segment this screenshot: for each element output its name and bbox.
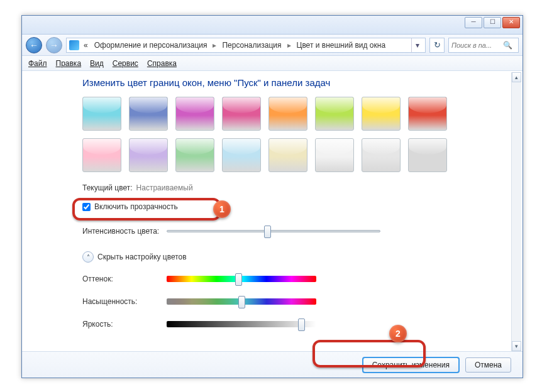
chevron-right-icon: ▸ bbox=[211, 41, 218, 50]
saturation-slider[interactable] bbox=[167, 295, 316, 308]
color-swatch[interactable] bbox=[175, 138, 214, 172]
nav-toolbar: ← → « Оформление и персонализация ▸ Перс… bbox=[22, 35, 523, 56]
control-panel-icon bbox=[69, 40, 79, 50]
scroll-up-button[interactable]: ▴ bbox=[512, 72, 521, 82]
saturation-row: Насыщенность: bbox=[82, 295, 507, 308]
color-swatch[interactable] bbox=[82, 138, 121, 172]
slider-thumb[interactable] bbox=[238, 296, 245, 308]
color-swatch[interactable] bbox=[408, 138, 447, 172]
color-swatch[interactable] bbox=[129, 97, 168, 131]
current-color-label: Текущий цвет: bbox=[82, 183, 133, 192]
transparency-row: Включить прозрачность bbox=[82, 202, 507, 211]
nav-back-button[interactable]: ← bbox=[26, 37, 42, 53]
hue-slider[interactable] bbox=[167, 273, 316, 285]
save-changes-button[interactable]: Сохранить изменения bbox=[363, 357, 459, 373]
color-swatch[interactable] bbox=[268, 138, 307, 172]
search-box[interactable]: 🔍 bbox=[448, 38, 519, 53]
explorer-window: ─ ☐ ✕ ← → « Оформление и персонализация … bbox=[21, 15, 523, 378]
intensity-label: Интенсивность цвета: bbox=[82, 227, 163, 236]
color-swatch-grid bbox=[82, 97, 472, 172]
breadcrumb-1[interactable]: Оформление и персонализация bbox=[92, 40, 209, 51]
nav-forward-button[interactable]: → bbox=[46, 37, 62, 53]
menu-file[interactable]: Файл bbox=[28, 59, 47, 68]
chevron-right-icon: ▸ bbox=[286, 41, 292, 50]
content-area: Изменить цвет границ окон, меню "Пуск" и… bbox=[22, 72, 523, 351]
brightness-label: Яркость: bbox=[82, 320, 163, 329]
color-swatch[interactable] bbox=[408, 97, 447, 131]
menu-help[interactable]: Справка bbox=[147, 59, 177, 68]
window-maximize-button[interactable]: ☐ bbox=[484, 17, 501, 28]
slider-thumb[interactable] bbox=[235, 273, 242, 286]
color-swatch[interactable] bbox=[129, 138, 168, 172]
color-swatch[interactable] bbox=[362, 97, 401, 131]
transparency-label: Включить прозрачность bbox=[94, 202, 178, 211]
window-close-button[interactable]: ✕ bbox=[502, 17, 520, 28]
address-dropdown-button[interactable]: ▾ bbox=[411, 38, 423, 52]
slider-thumb[interactable] bbox=[264, 226, 271, 238]
color-swatch[interactable] bbox=[268, 97, 307, 131]
window-minimize-button[interactable]: ─ bbox=[465, 17, 482, 28]
hue-label: Оттенок: bbox=[82, 275, 163, 283]
color-swatch[interactable] bbox=[315, 97, 354, 131]
menu-bar: Файл Правка Вид Сервис Справка bbox=[22, 56, 523, 71]
color-swatch[interactable] bbox=[222, 138, 261, 172]
color-swatch[interactable] bbox=[82, 97, 121, 131]
vertical-scrollbar[interactable]: ▴ ▾ bbox=[511, 72, 521, 351]
refresh-button[interactable]: ↻ bbox=[429, 38, 445, 53]
footer-buttons: Сохранить изменения Отмена bbox=[22, 351, 523, 378]
transparency-checkbox[interactable] bbox=[82, 203, 91, 211]
intensity-slider[interactable] bbox=[167, 225, 380, 237]
search-icon: 🔍 bbox=[503, 41, 512, 50]
hue-row: Оттенок: bbox=[82, 273, 507, 285]
menu-tools[interactable]: Сервис bbox=[113, 59, 138, 68]
collapse-row: ˄ Скрыть настройку цветов bbox=[82, 251, 507, 263]
brightness-row: Яркость: bbox=[82, 318, 507, 330]
breadcrumb-3[interactable]: Цвет и внешний вид окна bbox=[295, 40, 388, 51]
collapse-toggle-icon[interactable]: ˄ bbox=[82, 251, 94, 263]
saturation-label: Насыщенность: bbox=[82, 297, 163, 306]
color-swatch[interactable] bbox=[362, 138, 401, 172]
intensity-row: Интенсивность цвета: bbox=[82, 225, 507, 237]
cancel-button[interactable]: Отмена bbox=[465, 357, 511, 373]
brightness-slider[interactable] bbox=[167, 318, 316, 330]
color-swatch[interactable] bbox=[175, 97, 214, 131]
search-input[interactable] bbox=[451, 41, 501, 49]
color-swatch[interactable] bbox=[315, 138, 354, 172]
breadcrumb-prefix[interactable]: « bbox=[82, 40, 90, 51]
color-swatch[interactable] bbox=[222, 97, 261, 131]
slider-thumb[interactable] bbox=[298, 318, 305, 331]
page-heading: Изменить цвет границ окон, меню "Пуск" и… bbox=[82, 77, 507, 88]
current-color-value: Настраиваемый bbox=[136, 183, 193, 192]
menu-view[interactable]: Вид bbox=[90, 59, 104, 68]
breadcrumb-2[interactable]: Персонализация bbox=[220, 40, 283, 51]
collapse-label[interactable]: Скрыть настройку цветов bbox=[97, 253, 187, 261]
menu-edit[interactable]: Правка bbox=[56, 59, 82, 68]
address-bar[interactable]: « Оформление и персонализация ▸ Персонал… bbox=[66, 38, 426, 53]
titlebar: ─ ☐ ✕ bbox=[22, 16, 523, 35]
current-color-row: Текущий цвет: Настраиваемый bbox=[82, 183, 507, 192]
scroll-down-button[interactable]: ▾ bbox=[512, 341, 521, 351]
